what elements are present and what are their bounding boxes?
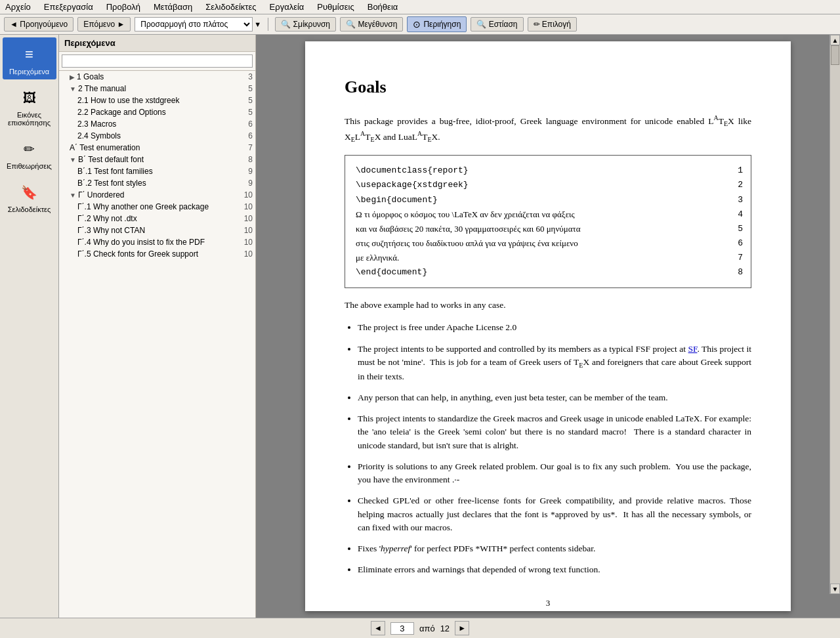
toc-item-fix-pdf[interactable]: Γ΄.4 Why do you insist to fix the PDF 10 (59, 236, 255, 248)
line-num-8: 8 (738, 265, 743, 280)
toc-page-why-not-dtx: 10 (244, 214, 253, 223)
zoom-out-button[interactable]: 🔍 🔍 ΣμίκρυνσηΣμίκρυνση (275, 17, 336, 32)
toc-page-goals: 3 (248, 72, 253, 81)
prev-button[interactable]: ◄ Προηγούμενο (4, 17, 74, 32)
scrollbar-down-button[interactable]: ▼ (830, 584, 840, 594)
bullet-4: This project intents to standardize the … (358, 412, 751, 452)
code-line-5: και να διαβάσεις 20 πακέτα, 30 γραμματοσ… (356, 222, 740, 236)
toc-page-font-families: 9 (248, 167, 253, 176)
toc-item-why-not-dtx[interactable]: Γ΄.2 Why not .dtx 10 (59, 213, 255, 224)
page-number-input[interactable] (390, 622, 414, 635)
bullet-6: Checked GPL'ed or other free-license fon… (358, 494, 751, 534)
toc-label-check-fonts: Γ΄.5 Check fonts for Greek support (77, 249, 198, 259)
sidebar-item-images[interactable]: 🖼 Εικόνες επισκόπησης (3, 81, 56, 131)
page-prev-button[interactable]: ◄ (371, 621, 385, 635)
contents-icon: ≡ (16, 41, 43, 68)
menu-file[interactable]: Αρχείο (3, 1, 33, 12)
toc-triangle-manual: ▼ (70, 85, 76, 93)
toc-label-gamma: Γ΄ Unordered (78, 190, 125, 200)
next-button[interactable]: Επόμενο ► (77, 17, 131, 32)
browse-icon: ⊙ (413, 19, 421, 30)
line-numbers: 1 2 3 4 5 6 7 8 (738, 163, 743, 280)
sidebar-item-contents[interactable]: ≡ Περιεχόμενα (3, 37, 56, 79)
toc-page-symbols: 6 (248, 131, 253, 140)
doc-area: Goals This package provides a bug-free, … (256, 35, 840, 618)
sidebar-item-reviews[interactable]: ✏ Επιθεωρήσεις (3, 132, 56, 174)
bullet-7: Fixes 'hyperref' for perfect PDFs *WITH*… (358, 542, 751, 555)
images-icon: 🖼 (16, 85, 43, 111)
toc-item-alpha-enum[interactable]: Α΄ Test enumeration 7 (59, 142, 255, 154)
menubar: Αρχείο Επεξεργασία Προβολή Μετάβαση Σελι… (0, 0, 840, 14)
bullet-8: Eliminate errors and warnings that depen… (358, 563, 751, 576)
scrollbar-thumb[interactable] (831, 45, 839, 65)
zoom-dropdown-arrow[interactable]: ▼ (254, 20, 261, 28)
focus-button[interactable]: 🔍 Εστίαση (471, 17, 523, 32)
toc-label-alpha-enum: Α΄ Test enumeration (70, 143, 140, 152)
code-line-3: \begin{document} (356, 193, 740, 207)
sidebar-item-bookmarks[interactable]: 🔖 Σελιδοδείκτες (3, 175, 56, 217)
zoom-in-button[interactable]: 🔍 Μεγέθυνση (340, 17, 403, 32)
menu-go[interactable]: Μετάβαση (151, 1, 195, 12)
bullet-3: Any person that can help, in anything, e… (358, 391, 751, 404)
menu-help[interactable]: Βοήθεια (365, 1, 401, 12)
line-num-2: 2 (738, 178, 743, 192)
toc-label-manual: 2 The manual (78, 84, 126, 93)
line-num-5: 5 (738, 222, 743, 236)
toc-search-area (59, 52, 255, 71)
toc-search-input[interactable] (62, 54, 253, 68)
toc-item-why-another[interactable]: Γ΄.1 Why another one Greek package 10 (59, 201, 255, 213)
toc-label-font-styles: Β΄.2 Test font styles (77, 179, 146, 188)
sidebar-bookmarks-label: Σελιδοδείκτες (8, 205, 51, 213)
hyperref-text: hyperref (381, 543, 410, 553)
select-button[interactable]: ✏ Επιλογή (528, 17, 577, 32)
scrollbar-up-button[interactable]: ▲ (830, 35, 840, 45)
bookmarks-icon: 🔖 (16, 179, 43, 205)
toc-item-symbols[interactable]: 2.4 Symbols 6 (59, 130, 255, 142)
scrollbar-track (830, 45, 840, 584)
intro-para: This package provides a bug-free, idiot-… (345, 113, 751, 144)
toc-triangle-gamma: ▼ (70, 192, 76, 199)
toc-item-macros[interactable]: 2.3 Macros 6 (59, 118, 255, 130)
line-num-7: 7 (738, 251, 743, 265)
menu-edit[interactable]: Επεξεργασία (41, 1, 96, 12)
code-line-1: \documentclass{report} (356, 163, 740, 178)
menu-view[interactable]: Προβολή (104, 1, 143, 12)
toc-item-check-fonts[interactable]: Γ΄.5 Check fonts for Greek support 10 (59, 248, 255, 260)
page-total-count: 12 (440, 624, 450, 633)
toc-item-font-styles[interactable]: Β΄.2 Test font styles 9 (59, 177, 255, 189)
toc-item-package[interactable]: 2.2 Package and Options 5 (59, 106, 255, 118)
zoom-select[interactable]: Προσαρμογή στο πλάτος (135, 17, 253, 32)
toc-label-why-another: Γ΄.1 Why another one Greek package (77, 202, 209, 211)
sidebar-contents-label: Περιεχόμενα (9, 68, 49, 75)
code-line-2: \usepackage{xstdgreek} (356, 178, 740, 192)
toc-item-howto[interactable]: 2.1 How to use the xstdgreek 5 (59, 95, 255, 106)
toc-item-why-not-ctan[interactable]: Γ΄.3 Why not CTAN 10 (59, 224, 255, 236)
menu-settings[interactable]: Ρυθμίσεις (314, 1, 356, 12)
toc-page-why-another: 10 (244, 202, 253, 211)
toc-page-gamma: 10 (244, 190, 253, 200)
toc-page-check-fonts: 10 (244, 249, 253, 259)
toc-item-manual[interactable]: ▼ 2 The manual 5 (59, 83, 255, 95)
doc-page-number: 3 (345, 597, 751, 610)
toc-item-font-families[interactable]: Β΄.1 Test font families 9 (59, 165, 255, 177)
line-num-4: 4 (738, 207, 743, 222)
toc-tree: ▶ 1 Goals 3 ▼ 2 The manual 5 2.1 How to … (59, 71, 255, 618)
code-line-7: με ελληνικά. (356, 251, 740, 265)
sf-link[interactable]: SF (688, 344, 698, 354)
doc-scroll[interactable]: Goals This package provides a bug-free, … (256, 35, 840, 618)
page-next-button[interactable]: ► (455, 621, 469, 635)
line-num-1: 1 (738, 163, 743, 178)
toc-item-gamma-unordered[interactable]: ▼ Γ΄ Unordered 10 (59, 189, 255, 201)
toc-page-manual: 5 (248, 84, 253, 93)
toc-item-beta-font[interactable]: ▼ Β΄ Test default font 8 (59, 154, 255, 165)
sidebar-reviews-label: Επιθεωρήσεις (7, 162, 52, 170)
toc-header: Περιεχόμενα (59, 35, 255, 52)
menu-tools[interactable]: Εργαλεία (267, 1, 307, 12)
browse-button[interactable]: ⊙ Περιήγηση (407, 16, 467, 32)
sidebar-icons: ≡ Περιεχόμενα 🖼 Εικόνες επισκόπησης ✏ Επ… (0, 35, 59, 618)
toc-label-font-families: Β΄.1 Test font families (77, 167, 153, 176)
code-line-6: στις συζητήσεις του διαδίκτυου απλά για … (356, 236, 740, 251)
toc-triangle-beta: ▼ (70, 156, 76, 163)
menu-bookmarks[interactable]: Σελιδοδείκτες (203, 1, 259, 12)
toc-item-goals[interactable]: ▶ 1 Goals 3 (59, 71, 255, 83)
